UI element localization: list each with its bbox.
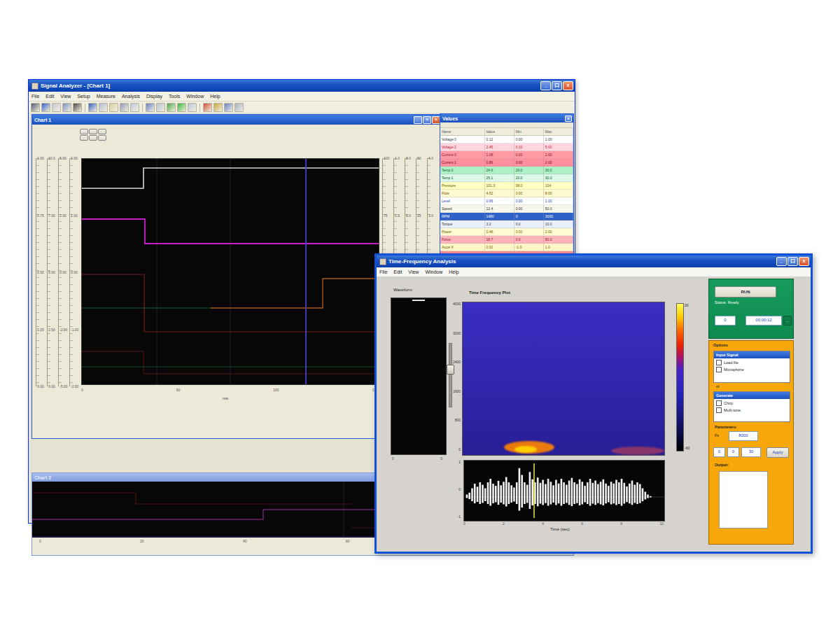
run-button[interactable]: RUN [715, 286, 776, 298]
chart1-maximize-button[interactable]: o [423, 116, 431, 124]
toolbar-icon-7[interactable] [109, 103, 118, 112]
menu-setup[interactable]: Setup [77, 94, 90, 99]
table-row[interactable]: Voltage 00.120.001.00 [440, 136, 573, 144]
menu-measure[interactable]: Measure [97, 94, 115, 99]
chart-tool-button[interactable] [98, 129, 106, 134]
tick-label: 0 [458, 447, 461, 451]
tfa-titlebar[interactable]: Time-Frequency Analysis _ 口 x [377, 255, 811, 267]
tick-label: 1 [458, 460, 461, 464]
values-close-button[interactable]: x [565, 115, 572, 122]
tick-label: 2 [503, 522, 505, 526]
menu-window[interactable]: Window [186, 94, 204, 99]
chart-tool-button[interactable] [80, 129, 88, 134]
fs-field[interactable]: 8000 [729, 431, 758, 441]
chirp-label: Chirp [724, 401, 733, 405]
chart1-plot[interactable] [81, 158, 379, 385]
minimize-button[interactable]: _ [540, 81, 551, 90]
toolbar-icon-3[interactable] [62, 103, 71, 112]
tfa-menu-file[interactable]: File [379, 270, 387, 274]
table-row[interactable]: Current 01.080.002.00 [440, 151, 573, 159]
maximize-button[interactable]: 口 [552, 81, 562, 90]
menu-help[interactable]: Help [210, 94, 220, 99]
values-titlebar[interactable]: Values x [440, 114, 573, 122]
toolbar-icon-12[interactable] [167, 103, 176, 112]
toolbar-icon-0[interactable] [31, 103, 40, 112]
toolbar-icon-9[interactable] [130, 103, 139, 112]
waveform-vertical-plot[interactable] [391, 298, 447, 455]
tfa-minimize-button[interactable]: _ [776, 257, 787, 266]
load-file-checkbox[interactable] [716, 360, 722, 365]
tfa-menu-help[interactable]: Help [449, 270, 458, 274]
chart-tool-button[interactable] [98, 135, 106, 141]
menu-tools[interactable]: Tools [169, 94, 180, 99]
toolbar-icon-16[interactable] [214, 103, 223, 112]
signal-x-label: Time (sec) [550, 527, 570, 532]
tfa-close-button[interactable]: x [799, 257, 809, 266]
toolbar-icon-1[interactable] [41, 103, 50, 112]
toolbar-icon-4[interactable] [73, 103, 82, 112]
table-row[interactable]: Voltage 12.450.105.00 [440, 144, 573, 151]
menu-display[interactable]: Display [146, 94, 162, 99]
spin-field-1[interactable]: 0 [727, 447, 739, 457]
toolbar-icon-15[interactable] [203, 103, 212, 112]
microphone-checkbox[interactable] [716, 367, 722, 372]
chart1-minimize-button[interactable]: _ [414, 116, 422, 124]
toolbar-icon-2[interactable] [52, 103, 61, 112]
table-row[interactable]: Force18.70.050.0 [440, 236, 573, 244]
apply-button[interactable]: Apply [766, 447, 789, 458]
values-col-header[interactable]: Min [514, 128, 544, 135]
multitone-checkbox[interactable] [716, 407, 722, 413]
table-row[interactable]: Power0.480.002.00 [440, 228, 573, 236]
chart-tool-button[interactable] [89, 135, 97, 141]
menu-file[interactable]: File [31, 94, 39, 99]
toolbar-icon-5[interactable] [88, 103, 97, 112]
toolbar-icon-17[interactable] [224, 103, 233, 112]
menu-view[interactable]: View [60, 94, 71, 99]
microphone-label: Microphone [724, 368, 744, 372]
table-row[interactable]: Accel X0.02-1.01.0 [440, 244, 573, 251]
spin-field-2[interactable]: 30 [741, 447, 761, 457]
toolbar-icon-6[interactable] [99, 103, 108, 112]
table-row[interactable]: Pressure101.398.0104 [440, 182, 573, 190]
tfa-menu-window[interactable]: Window [425, 270, 442, 274]
output-box[interactable] [719, 471, 768, 528]
menu-analysis[interactable]: Analysis [122, 94, 140, 99]
run-more-button[interactable]: .. [783, 316, 792, 326]
table-row[interactable]: RPM148003000 [440, 213, 573, 220]
tfa-menu-edit[interactable]: Edit [393, 270, 402, 274]
toolbar-icon-13[interactable] [177, 103, 186, 112]
table-row[interactable]: Torque3.20.010.0 [440, 220, 573, 228]
table-row[interactable]: Flow4.520.008.00 [440, 190, 573, 197]
fs-label: Fs [715, 433, 719, 438]
chart-tool-button[interactable] [89, 129, 97, 134]
spectrogram-plot[interactable] [462, 302, 665, 456]
tfa-menu-view[interactable]: View [408, 270, 419, 274]
table-row[interactable]: Speed12.40.0050.0 [440, 205, 573, 213]
analyzer-titlebar[interactable]: Signal Analyzer - [Chart 1] _ 口 x [29, 80, 575, 92]
toolbar-icon-8[interactable] [120, 103, 129, 112]
chart-tool-button[interactable] [80, 135, 88, 141]
run-time-field[interactable]: 00:00:12 [746, 316, 782, 326]
close-button[interactable]: x [563, 81, 573, 90]
y-axis-scale: 2.001.000.00-1.00-2.00 [69, 158, 78, 386]
table-row[interactable]: Current 10.860.002.00 [440, 159, 573, 167]
toolbar-icon-11[interactable] [156, 103, 165, 112]
menu-edit[interactable]: Edit [46, 94, 54, 99]
run-count-field[interactable]: 0 [715, 316, 736, 326]
signal-plot[interactable] [463, 460, 665, 522]
chirp-checkbox[interactable] [716, 400, 722, 406]
toolbar-icon-14[interactable] [188, 103, 197, 112]
values-col-header[interactable]: Value [485, 128, 514, 135]
toolbar-icon-18[interactable] [234, 103, 244, 112]
values-col-header[interactable]: Max [544, 128, 573, 135]
table-row[interactable]: Level0.660.001.00 [440, 197, 573, 205]
tick-label: 0 [458, 487, 461, 491]
tfa-maximize-button[interactable]: 口 [788, 257, 798, 266]
spin-field-0[interactable]: 0 [713, 447, 725, 457]
table-row[interactable]: Temp 024.620.030.0 [440, 167, 573, 174]
chart1-titlebar[interactable]: Chart 1 _ o x [32, 115, 442, 125]
tfa-title: Time-Frequency Analysis [388, 258, 456, 265]
table-row[interactable]: Temp 125.120.030.0 [440, 174, 573, 182]
toolbar-icon-10[interactable] [146, 103, 155, 112]
values-col-header[interactable]: Name [440, 128, 485, 135]
